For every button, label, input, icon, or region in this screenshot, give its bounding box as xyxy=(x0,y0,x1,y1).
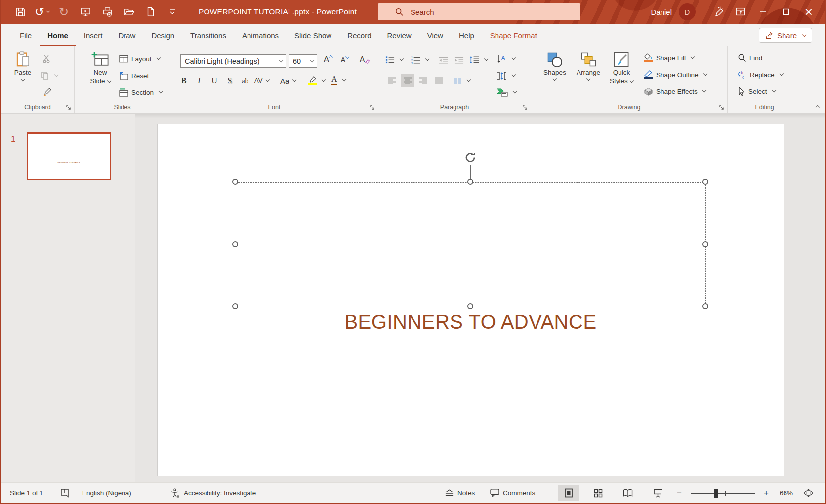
numbering-button[interactable]: 1 2 3 xyxy=(411,53,429,66)
text-shadow-button[interactable]: S xyxy=(223,74,236,87)
notes-button[interactable]: Notes xyxy=(445,483,475,503)
resize-handle-bottom-left[interactable] xyxy=(232,303,238,309)
open-button[interactable] xyxy=(121,3,137,20)
avatar[interactable]: D xyxy=(679,3,696,20)
tab-slide-show[interactable]: Slide Show xyxy=(287,24,339,46)
character-spacing-button[interactable]: AV xyxy=(254,74,269,87)
start-from-beginning-button[interactable] xyxy=(77,3,94,20)
decrease-indent-button[interactable] xyxy=(437,53,450,66)
bold-button[interactable]: B xyxy=(177,74,190,87)
layout-button[interactable]: Layout xyxy=(119,52,160,65)
resize-handle-bottom-right[interactable] xyxy=(702,303,708,309)
close-button[interactable]: × xyxy=(797,0,820,24)
reset-button[interactable]: Reset xyxy=(119,69,149,82)
tab-file[interactable]: File xyxy=(12,24,40,46)
new-file-button[interactable] xyxy=(142,3,159,20)
shapes-button[interactable]: Shapes xyxy=(540,51,570,81)
comments-button[interactable]: Comments xyxy=(490,483,535,503)
convert-to-smartart-button[interactable] xyxy=(497,86,516,99)
accessibility-checker[interactable]: Accessibility: Investigate xyxy=(170,483,256,503)
align-left-button[interactable] xyxy=(385,74,398,87)
undo-button[interactable]: ↺ xyxy=(34,3,50,20)
normal-view-button[interactable] xyxy=(558,485,579,501)
justify-button[interactable] xyxy=(433,74,446,87)
select-button[interactable]: Select xyxy=(738,85,776,98)
user-name[interactable]: Daniel xyxy=(651,8,672,16)
tab-help[interactable]: Help xyxy=(451,24,482,46)
decrease-font-size-button[interactable]: A xyxy=(338,53,351,66)
zoom-out-button[interactable]: − xyxy=(677,483,682,503)
reading-view-button[interactable] xyxy=(617,485,639,501)
maximize-button[interactable] xyxy=(775,0,797,24)
spell-check-button[interactable] xyxy=(60,483,69,503)
increase-font-size-button[interactable]: A xyxy=(322,53,334,66)
language-indicator[interactable]: English (Nigeria) xyxy=(82,483,131,503)
tab-shape-format[interactable]: Shape Format xyxy=(482,24,545,46)
align-center-button[interactable] xyxy=(401,74,414,87)
slide-canvas[interactable]: BEGINNERS TO ADVANCE xyxy=(157,124,784,476)
slideshow-view-button[interactable] xyxy=(647,485,668,501)
editor-canvas[interactable]: BEGINNERS TO ADVANCE xyxy=(135,114,825,482)
italic-button[interactable]: I xyxy=(193,74,206,87)
customize-quick-access-button[interactable] xyxy=(164,3,181,20)
slide-sorter-view-button[interactable] xyxy=(587,485,609,501)
new-slide-button[interactable]: New Slide xyxy=(85,51,115,85)
fit-to-window-button[interactable] xyxy=(803,483,814,503)
ribbon-display-options-button[interactable] xyxy=(729,0,752,24)
slide-indicator[interactable]: Slide 1 of 1 xyxy=(10,483,43,503)
zoom-slider-track[interactable] xyxy=(691,493,755,494)
shape-fill-button[interactable]: Shape Fill xyxy=(644,51,694,64)
share-button[interactable]: Share xyxy=(759,28,812,43)
change-case-button[interactable]: Aa xyxy=(280,74,296,87)
paste-button[interactable]: Paste xyxy=(9,51,37,82)
font-dialog-launcher[interactable] xyxy=(370,105,375,110)
redo-button[interactable]: ↻ xyxy=(55,3,72,20)
tab-design[interactable]: Design xyxy=(143,24,182,46)
zoom-slider-handle[interactable] xyxy=(714,489,718,498)
align-text-button[interactable] xyxy=(497,69,515,82)
resize-handle-top-center[interactable] xyxy=(467,179,473,185)
tab-animations[interactable]: Animations xyxy=(234,24,287,46)
slide-title-text[interactable]: BEGINNERS TO ADVANCE xyxy=(158,311,784,333)
shape-effects-button[interactable]: Shape Effects xyxy=(644,85,706,98)
tab-draw[interactable]: Draw xyxy=(110,24,143,46)
resize-handle-bottom-center[interactable] xyxy=(467,303,473,309)
columns-button[interactable] xyxy=(454,74,470,87)
resize-handle-middle-right[interactable] xyxy=(702,241,708,247)
clipboard-dialog-launcher[interactable] xyxy=(66,105,71,110)
coming-soon-button[interactable] xyxy=(706,0,729,24)
save-button[interactable] xyxy=(12,3,29,20)
resize-handle-top-left[interactable] xyxy=(232,179,238,185)
bullets-button[interactable] xyxy=(385,53,403,66)
underline-button[interactable]: U xyxy=(208,74,221,87)
tab-review[interactable]: Review xyxy=(379,24,419,46)
copy-button[interactable] xyxy=(41,69,58,82)
collapse-ribbon-button[interactable] xyxy=(814,101,819,110)
clear-formatting-button[interactable]: A xyxy=(358,53,371,66)
selected-text-placeholder[interactable] xyxy=(236,182,706,306)
tab-home[interactable]: Home xyxy=(40,24,76,46)
print-preview-button[interactable] xyxy=(99,3,116,20)
tab-insert[interactable]: Insert xyxy=(76,24,111,46)
resize-handle-top-right[interactable] xyxy=(702,179,708,185)
paragraph-dialog-launcher[interactable] xyxy=(522,105,528,110)
drawing-dialog-launcher[interactable] xyxy=(719,105,724,110)
strikethrough-button[interactable]: ab xyxy=(239,74,251,87)
align-right-button[interactable] xyxy=(417,74,430,87)
minimize-button[interactable] xyxy=(752,0,775,24)
zoom-in-button[interactable]: + xyxy=(764,483,769,503)
font-family-combobox[interactable]: Calibri Light (Headings) xyxy=(180,54,286,68)
replace-button[interactable]: b c Replace xyxy=(738,68,783,81)
line-spacing-button[interactable] xyxy=(469,53,488,66)
find-button[interactable]: Find xyxy=(738,51,762,64)
tab-record[interactable]: Record xyxy=(339,24,379,46)
text-highlight-button[interactable] xyxy=(308,74,325,87)
cut-button[interactable] xyxy=(41,52,53,65)
increase-indent-button[interactable] xyxy=(453,53,465,66)
resize-handle-middle-left[interactable] xyxy=(232,241,238,247)
tab-view[interactable]: View xyxy=(419,24,451,46)
quick-styles-button[interactable]: Quick Styles xyxy=(606,51,637,85)
format-painter-button[interactable] xyxy=(41,86,53,99)
font-color-button[interactable]: A xyxy=(331,74,346,86)
arrange-button[interactable]: Arrange xyxy=(573,51,604,81)
